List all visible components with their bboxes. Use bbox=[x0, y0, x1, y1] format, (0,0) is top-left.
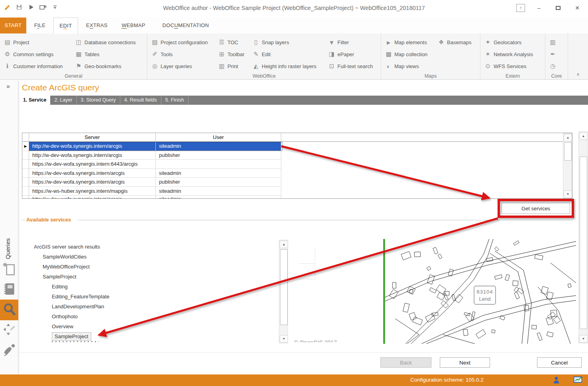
network-analysis-button[interactable]: ✶Network Analysis bbox=[483, 48, 543, 60]
height-info-raster-layers-button[interactable]: ◭Height info raster layers bbox=[251, 60, 327, 72]
table-row[interactable]: https://w-dev-wofa.synergis.intern:6443/… bbox=[22, 160, 572, 169]
tree-scroll-thumb[interactable] bbox=[280, 249, 288, 325]
tree-scrollbar[interactable]: ▲ ▼ bbox=[279, 240, 288, 343]
user-cell[interactable]: siteadmin bbox=[156, 196, 281, 198]
map-collection-button[interactable]: ▩Map collection bbox=[384, 48, 436, 60]
user-cell[interactable]: siteadmin bbox=[156, 169, 281, 178]
table-row[interactable]: https://w-dev-wofa.synergis.intern/arcgi… bbox=[22, 178, 572, 187]
tree-item-editing[interactable]: Editing bbox=[32, 282, 271, 292]
server-cell[interactable]: https://w-dev-wofa.synergis.intern/arcgi… bbox=[29, 178, 156, 187]
next-button[interactable]: Next bbox=[440, 357, 490, 368]
close-button[interactable]: ✕ bbox=[572, 3, 582, 13]
table-row[interactable]: http://w-dev-wofa.synergis.intern/arcgis… bbox=[22, 196, 572, 198]
user-cell[interactable]: siteadmin bbox=[156, 142, 281, 151]
table-scrollbar[interactable]: ▲ ▼ bbox=[563, 133, 572, 198]
page-scroll-up-button[interactable]: ▲ bbox=[579, 132, 588, 140]
wizard-step-4-result-fields[interactable]: 4. Result fields bbox=[120, 96, 161, 105]
print-button[interactable]: ▥Print bbox=[217, 60, 251, 72]
save-icon[interactable] bbox=[15, 3, 23, 11]
play-icon[interactable] bbox=[27, 3, 35, 11]
sidebar-tool-pen[interactable] bbox=[0, 340, 18, 360]
edit-button[interactable]: ✎Edit bbox=[251, 48, 327, 60]
user-cell[interactable]: siteadmin bbox=[156, 187, 281, 196]
wizard-step-5-finish[interactable]: 5. Finish bbox=[161, 96, 188, 105]
table-scroll-thumb[interactable] bbox=[564, 142, 572, 161]
geolocators-button[interactable]: ✦Geolocators bbox=[483, 36, 543, 48]
map-views-button[interactable]: ◐Map views bbox=[384, 60, 436, 72]
basemaps-button[interactable]: ❖Basemaps bbox=[436, 36, 478, 48]
ribbon-tab-webmap[interactable]: WEBMAP bbox=[116, 18, 151, 33]
server-cell[interactable]: http://w-dev-wofa.synergis.intern/arcgis bbox=[29, 142, 156, 151]
tree-item-sampleproject[interactable]: SampleProject bbox=[32, 331, 271, 341]
table-row[interactable]: https://w-dev-wofa.synergis.intern/arcgi… bbox=[22, 169, 572, 178]
server-cell[interactable]: http://w-dev-wofa.synergis.intern/arcgis bbox=[29, 151, 156, 160]
tree-scroll-down-button[interactable]: ▼ bbox=[280, 335, 288, 343]
table-scroll-up-button[interactable]: ▲ bbox=[564, 134, 572, 141]
core-panel-button[interactable]: ▥ bbox=[548, 36, 566, 48]
project-button[interactable]: ▤Project bbox=[2, 36, 74, 48]
tree-item-landdevelopmentplan[interactable]: LandDevelopmentPlan bbox=[32, 302, 271, 312]
user-person-icon[interactable] bbox=[553, 376, 560, 386]
sidebar-tool-notebook[interactable] bbox=[0, 280, 18, 300]
tools-button[interactable]: ✐Tools bbox=[150, 48, 217, 60]
wfs-services-button[interactable]: ⊙WFS Services bbox=[483, 60, 543, 72]
core-clock-button[interactable]: ◷ bbox=[548, 60, 566, 72]
snap-layers-button[interactable]: ▯Snap layers bbox=[251, 36, 327, 48]
page-scroll-thumb[interactable] bbox=[580, 157, 587, 329]
ribbon-tab-start[interactable]: START bbox=[0, 18, 26, 33]
full-text-search-button[interactable]: ⊡Full-text search bbox=[327, 60, 379, 72]
expand-panel-button[interactable]: ↑ bbox=[516, 4, 525, 12]
user-cell[interactable]: publisher bbox=[156, 151, 281, 160]
cancel-button[interactable]: Cancel bbox=[537, 357, 582, 368]
tree-item-arcgis-server-search-results[interactable]: ArcGIS server search results bbox=[32, 242, 271, 252]
customer-information-button[interactable]: ℹCustomer information bbox=[2, 60, 74, 72]
tree-item-editing-featuretemplate[interactable]: Editing_FeatureTemplate bbox=[32, 292, 271, 302]
sidebar-tool-move-edit[interactable] bbox=[0, 320, 18, 340]
server-cell[interactable]: https://w-dev-wofa.synergis.intern/arcgi… bbox=[29, 169, 156, 178]
back-button[interactable]: Back bbox=[380, 357, 431, 368]
table-row[interactable]: https://w-ws-huber.synergis.intern/mapgi… bbox=[22, 187, 572, 196]
user-cell[interactable]: publisher bbox=[156, 178, 281, 187]
sidebar-tool-search[interactable] bbox=[0, 300, 18, 320]
common-settings-button[interactable]: ⚙Common settings bbox=[2, 48, 74, 60]
toc-button[interactable]: ☰TOC bbox=[217, 36, 251, 48]
filter-button[interactable]: ▼Filter bbox=[327, 36, 379, 48]
ribbon-tab-extras[interactable]: EXTRAS bbox=[81, 18, 112, 33]
tree-item-orthophoto[interactable]: Orthophoto bbox=[32, 312, 271, 321]
ribbon-tab-edit[interactable]: EDIT bbox=[53, 18, 78, 34]
page-scroll-down-button[interactable]: ▼ bbox=[579, 335, 588, 343]
ribbon-tab-documentation[interactable]: DOCUMENTATION bbox=[158, 18, 214, 33]
page-scrollbar[interactable]: ▲ ▼ bbox=[578, 131, 588, 343]
tree-item-sampleworldcities[interactable]: SampleWorldCities bbox=[32, 252, 271, 262]
geo-bookmarks-button[interactable]: ⚑Geo-bookmarks bbox=[74, 60, 145, 72]
map-elements-button[interactable]: ►Map elements bbox=[384, 36, 436, 48]
core-wrench-button[interactable]: ✒ bbox=[548, 48, 566, 60]
ribbon-collapse-button[interactable]: ∧ bbox=[574, 71, 582, 77]
database-connections-button[interactable]: ◫Database connections bbox=[74, 36, 145, 48]
maximize-button[interactable] bbox=[553, 3, 563, 13]
wizard-step-2-layer[interactable]: 2. Layer bbox=[50, 96, 76, 105]
table-row[interactable]: http://w-dev-wofa.synergis.intern/arcgis… bbox=[22, 151, 572, 160]
minimize-button[interactable]: – bbox=[534, 3, 544, 13]
wizard-step-3-stored-query[interactable]: 3. Stored Query bbox=[77, 96, 120, 105]
tree-item-sampleproject[interactable]: SampleProject bbox=[32, 272, 271, 282]
wizard-step-1-service[interactable]: 1. Service bbox=[19, 96, 50, 105]
pencil-icon[interactable] bbox=[3, 3, 11, 11]
table-scroll-down-button[interactable]: ▼ bbox=[564, 190, 572, 198]
tables-button[interactable]: ▦Tables bbox=[74, 48, 145, 60]
get-services-button[interactable]: Get services bbox=[502, 203, 570, 214]
server-cell[interactable]: https://w-dev-wofa.synergis.intern:6443/… bbox=[29, 160, 156, 169]
project-configuration-button[interactable]: ▨Project configuration bbox=[150, 36, 217, 48]
sidebar-tool-new-page[interactable] bbox=[0, 260, 18, 280]
monitor-chart-icon[interactable] bbox=[573, 376, 582, 386]
user-column-header[interactable]: User bbox=[156, 133, 281, 142]
tree-scroll-up-button[interactable]: ▲ bbox=[280, 241, 288, 248]
tree-item-mywebofficeproject[interactable]: MyWebOfficeProject bbox=[32, 262, 271, 272]
folder-close-icon[interactable] bbox=[39, 3, 47, 11]
layer-queries-button[interactable]: ◎Layer queries bbox=[150, 60, 217, 72]
server-cell[interactable]: http://w-dev-wofa.synergis.intern/arcgis bbox=[29, 196, 156, 198]
server-column-header[interactable]: Server bbox=[29, 133, 156, 142]
panel-expand-button[interactable]: » bbox=[6, 83, 10, 90]
table-row[interactable]: ▶http://w-dev-wofa.synergis.intern/arcgi… bbox=[22, 142, 572, 151]
user-cell[interactable] bbox=[156, 160, 281, 169]
